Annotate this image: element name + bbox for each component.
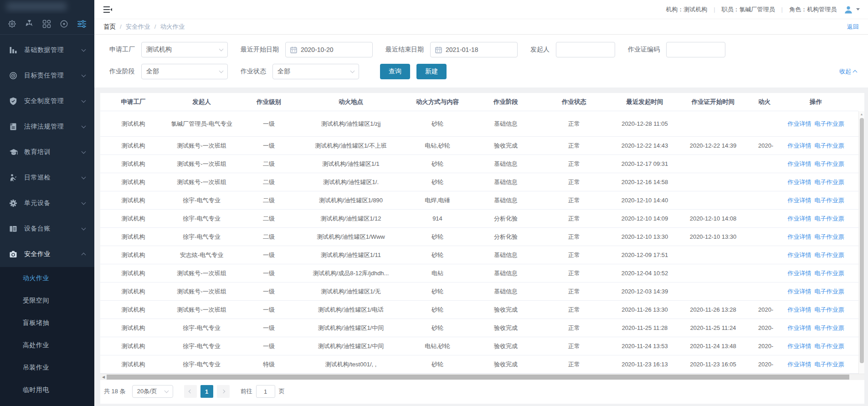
prev-page-button[interactable] [184,385,197,398]
page-number-1[interactable]: 1 [200,385,213,398]
action-cell: 作业详情电子作业票 [773,355,858,374]
e-ticket-link[interactable]: 电子作业票 [815,324,844,332]
cell: 测试机构 [100,360,166,369]
e-ticket-link[interactable]: 电子作业票 [815,120,844,128]
job-detail-link[interactable]: 作业详情 [788,360,812,369]
job-detail-link[interactable]: 作业详情 [788,178,812,186]
e-ticket-link[interactable]: 电子作业票 [815,269,844,278]
sidebar-item-education[interactable]: 教育培训 [0,139,94,165]
cell: 徐宇-电气专业 [166,324,237,332]
job-detail-link[interactable]: 作业详情 [788,342,812,350]
job-detail-link[interactable]: 作业详情 [788,288,812,296]
sidebar-subitem-hot-work[interactable]: 动火作业 [0,267,94,289]
cell: 基础信息 [474,287,538,296]
e-ticket-link[interactable]: 电子作业票 [815,342,844,350]
sidebar-subitem-height-work[interactable]: 高处作业 [0,334,94,356]
sidebar-item-label: 单元设备 [24,199,82,207]
job-detail-link[interactable]: 作业详情 [788,233,812,241]
action-cell: 作业详情电子作业票 [773,155,858,173]
job-detail-link[interactable]: 作业详情 [788,251,812,259]
work-stage-label: 作业阶段 [109,67,135,76]
radiation-icon[interactable] [25,20,34,28]
cell: 2020-12-10 14:09 [611,214,679,223]
job-detail-link[interactable]: 作业详情 [788,306,812,314]
sidebar-subitem-confined-space[interactable]: 受限空间 [0,289,94,312]
job-detail-link[interactable]: 作业详情 [788,160,812,168]
e-ticket-link[interactable]: 电子作业票 [815,196,844,205]
cell: 测试机构/油性罐区1/中间 [301,324,401,332]
sidebar-item-target-duty[interactable]: 目标责任管理 [0,63,94,88]
sidebar-item-basic-data[interactable]: 基础数据管理 [0,37,94,63]
cell: 基础信息 [474,196,538,205]
cell: 徐宇-电气专业 [166,214,237,223]
grid-icon[interactable] [42,20,51,28]
scroll-up-arrow[interactable]: ▲ [859,111,864,117]
e-ticket-link[interactable]: 电子作业票 [815,142,844,150]
breadcrumb-home[interactable]: 首页 [103,23,116,31]
sidebar-subitem-blind-plate[interactable]: 盲板堵抽 [0,312,94,334]
table-row: 测试机构测试账号-一次班组一级测试机构/油性罐区1/无砂轮基础信息正常2020-… [100,283,811,301]
goto-page-input[interactable] [256,385,275,398]
gear-icon[interactable] [8,20,16,28]
job-detail-link[interactable]: 作业详情 [788,215,812,223]
horizontal-scrollbar[interactable]: ◀ [100,374,864,380]
work-status-select[interactable]: 全部 [272,64,359,79]
recent-start-date-input[interactable]: 2020-10-20 [285,42,373,57]
vertical-scrollbar[interactable]: ▲ [858,111,864,374]
sidebar-item-safety-system[interactable]: 安全制度管理 [0,88,94,114]
column-header: 作业状态 [538,98,611,106]
job-detail-link[interactable]: 作业详情 [788,120,812,128]
sidebar-subitem-temporary-power[interactable]: 临时用电 [0,379,94,401]
e-ticket-link[interactable]: 电子作业票 [815,233,844,241]
sidebar-item-unit-equipment[interactable]: 单元设备 [0,190,94,216]
filter-field-recent-end-date: 最近结束日期2021-01-18 [385,42,518,57]
e-ticket-link[interactable]: 电子作业票 [815,178,844,186]
e-ticket-link[interactable]: 电子作业票 [815,288,844,296]
action-column-header: 操作 [773,93,858,111]
initiator-input[interactable] [561,46,610,53]
apply-factory-select[interactable]: 测试机构 [141,42,228,57]
search-button[interactable]: 查询 [380,64,410,79]
e-ticket-link[interactable]: 电子作业票 [815,160,844,168]
work-stage-select[interactable]: 全部 [141,64,228,79]
sidebar-subitem-lifting-work[interactable]: 吊装作业 [0,356,94,379]
job-detail-link[interactable]: 作业详情 [788,142,812,150]
sliders-icon[interactable] [77,20,87,28]
next-page-button[interactable] [217,385,230,398]
action-cell: 作业详情电子作业票 [773,173,858,191]
back-link[interactable]: 返回 [847,23,859,31]
page-size-select[interactable]: 20条/页 [132,385,173,398]
collapse-filters-link[interactable]: 收起 [839,67,857,76]
job-detail-link[interactable]: 作业详情 [788,196,812,205]
create-button[interactable]: 新建 [416,64,447,79]
cell: 砂轮 [401,305,474,314]
target-icon[interactable] [60,20,68,28]
sidebar-item-laws[interactable]: 法律法规管理 [0,114,94,139]
job-detail-link[interactable]: 作业详情 [788,324,812,332]
breadcrumb-safety-work[interactable]: 安全作业 [126,23,150,31]
permit-code-input[interactable] [671,46,720,53]
scroll-left-arrow[interactable]: ◀ [100,374,107,380]
sidebar-item-daily-patrol[interactable]: 日常巡检 [0,165,94,190]
sidebar-item-safety-work[interactable]: 安全作业 [0,242,94,267]
vertical-scrollbar-thumb[interactable] [860,118,864,363]
user-avatar-menu[interactable] [844,5,860,14]
recent-end-date-input[interactable]: 2021-01-18 [430,42,518,57]
collapse-menu-icon[interactable] [103,6,112,13]
e-ticket-link[interactable]: 电子作业票 [815,306,844,314]
job-detail-link[interactable]: 作业详情 [788,269,812,278]
e-ticket-link[interactable]: 电子作业票 [815,215,844,223]
e-ticket-link[interactable]: 电子作业票 [815,251,844,259]
cell: 测试机构/油性罐区1/无 [301,287,401,296]
table-row: 测试机构测试账号-一次班组一级测试机构/成品8-12库/jdhdh...电钻基础… [100,264,811,283]
work-stage-value: 全部 [146,67,159,76]
e-ticket-link[interactable]: 电子作业票 [815,360,844,369]
sidebar-item-equipment-ledger[interactable]: 设备台账 [0,216,94,242]
table-row: 测试机构氯碱厂管理员-电气专业一级测试机构/油性罐区1/zjj砂轮基础信息正常2… [100,111,811,137]
cell: 测试账号-一次班组 [166,178,237,186]
cell: 氯碱厂管理员-电气专业 [166,119,237,128]
breadcrumb-hot-work[interactable]: 动火作业 [160,23,185,31]
cell: 一级 [237,324,301,332]
horizontal-scrollbar-thumb[interactable] [107,375,849,380]
sidebar-item-label: 法律法规管理 [24,123,82,131]
